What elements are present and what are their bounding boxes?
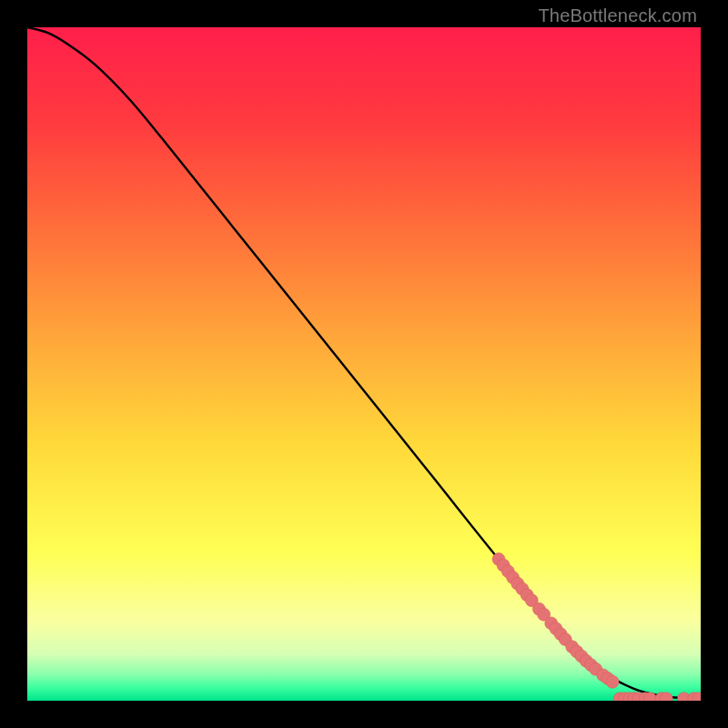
curve-layer [27,27,701,701]
chart-stage: TheBottleneck.com [0,0,728,728]
data-marker [606,675,619,688]
watermark-text: TheBottleneck.com [538,5,697,26]
marker-group [492,553,701,701]
bottleneck-curve [27,27,701,699]
plot-area [27,27,701,701]
